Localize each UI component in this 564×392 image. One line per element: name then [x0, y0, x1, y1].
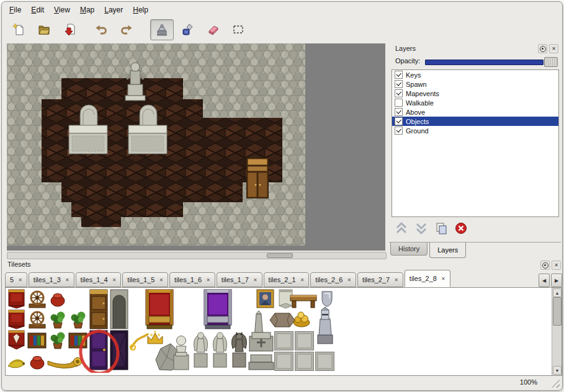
close-panel-button[interactable]: ✕: [549, 44, 558, 53]
layer-row-keys[interactable]: Keys: [392, 70, 558, 79]
tile-gold-crown[interactable]: [148, 331, 163, 344]
scroll-down-button[interactable]: ▼: [553, 366, 562, 375]
map-hscroll-thumb[interactable]: [267, 253, 293, 258]
purple-door-tile[interactable]: [90, 331, 107, 370]
tileset-tab-tiles_1_6[interactable]: tiles_1_6✕: [169, 272, 215, 287]
visibility-checkbox[interactable]: [395, 108, 403, 116]
layer-row-mapevents[interactable]: Mapevents: [392, 89, 558, 98]
tile-shield-banner[interactable]: [9, 331, 24, 349]
tile-bananas[interactable]: [8, 360, 25, 368]
tile-stone-door[interactable]: [110, 290, 128, 329]
map-horizontal-scrollbar[interactable]: [7, 252, 387, 259]
stamp-tool-button[interactable]: [150, 19, 174, 40]
tileset-tab-tiles_2_6[interactable]: tiles_2_6✕: [310, 272, 356, 287]
tab-close-icon[interactable]: ✕: [18, 277, 22, 283]
layer-row-walkable[interactable]: Walkable: [392, 98, 558, 107]
opacity-slider-handle[interactable]: [544, 57, 558, 67]
tileset-grid[interactable]: ▲ ▼: [5, 287, 562, 376]
tile-purple-throne[interactable]: [204, 290, 231, 329]
layer-row-objects[interactable]: Objects: [392, 117, 558, 126]
tab-close-icon[interactable]: ✕: [347, 277, 351, 283]
tab-close-icon[interactable]: ✕: [65, 277, 69, 283]
tileset-tab-tiles_2_1[interactable]: tiles_2_1✕: [264, 272, 310, 287]
tile-red-pot[interactable]: [51, 294, 65, 307]
tileset-vscroll-thumb[interactable]: [553, 297, 562, 326]
tile-stone-slab[interactable]: [275, 332, 293, 350]
tile-red-throne[interactable]: [146, 290, 173, 329]
tile-spinning-wheel[interactable]: [29, 292, 45, 308]
eraser-tool-button[interactable]: [201, 19, 225, 40]
redo-button[interactable]: [115, 19, 138, 40]
tile-red-pot[interactable]: [30, 357, 44, 370]
menu-edit[interactable]: Edit: [26, 4, 49, 16]
resize-grip[interactable]: [551, 379, 560, 388]
tile-plant[interactable]: [51, 332, 65, 349]
fill-tool-button[interactable]: [176, 19, 199, 40]
tab-close-icon[interactable]: ✕: [253, 277, 257, 283]
tile-plant[interactable]: [71, 312, 86, 329]
tileset-tab-tiles_1_3[interactable]: tiles_1_3✕: [29, 272, 74, 287]
tab-history[interactable]: History: [390, 243, 427, 256]
layer-row-above[interactable]: Above: [392, 107, 558, 117]
tile-gold-chain[interactable]: [130, 334, 148, 350]
tile-angel-statue[interactable]: [194, 332, 207, 367]
tile-spinning-wheel[interactable]: [29, 312, 45, 328]
duplicate-layer-button[interactable]: [434, 221, 449, 236]
tileset-tab-tiles_1_7[interactable]: tiles_1_7✕: [217, 272, 262, 287]
visibility-checkbox[interactable]: [395, 71, 403, 79]
menu-help[interactable]: Help: [128, 4, 153, 16]
tile-gold-horn[interactable]: [48, 357, 82, 368]
tileset-tab-5[interactable]: 5✕: [5, 272, 27, 287]
tile-knight-armor[interactable]: [318, 307, 333, 344]
tileset-tab-tiles_2_8[interactable]: tiles_2_8✕: [405, 270, 450, 287]
tile-stone-slab[interactable]: [275, 352, 293, 371]
map-canvas[interactable]: [7, 43, 305, 246]
tile-cabinet[interactable]: [90, 290, 107, 329]
menu-view[interactable]: View: [49, 4, 75, 16]
new-map-button[interactable]: [7, 19, 30, 40]
move-layer-up-button[interactable]: [394, 221, 409, 236]
tile-bench[interactable]: [290, 295, 316, 308]
tile-tomb-base[interactable]: [249, 355, 274, 370]
tile-stone-slab[interactable]: [316, 352, 334, 371]
layer-row-spawn[interactable]: Spawn: [392, 79, 558, 89]
tileset-tiles[interactable]: [6, 288, 344, 373]
tile-stone-slab[interactable]: [295, 352, 314, 371]
tile-banner[interactable]: [9, 290, 24, 308]
select-tool-button[interactable]: [226, 19, 250, 40]
visibility-checkbox[interactable]: [395, 80, 403, 88]
float-panel-button[interactable]: [540, 261, 550, 270]
close-panel-button[interactable]: ✕: [552, 261, 561, 270]
tile-plant[interactable]: [51, 312, 65, 329]
tab-close-icon[interactable]: ✕: [206, 277, 210, 283]
visibility-checkbox[interactable]: [395, 127, 403, 135]
tile-gargoyle-statue[interactable]: [231, 332, 246, 367]
tile-gold-pile[interactable]: [293, 312, 310, 327]
tileset-tab-tiles_1_4[interactable]: tiles_1_4✕: [76, 272, 122, 287]
undo-button[interactable]: [89, 19, 113, 40]
scroll-up-button[interactable]: ▲: [553, 288, 562, 297]
map-viewport[interactable]: [7, 43, 385, 251]
layer-row-ground[interactable]: Ground: [392, 126, 558, 135]
tab-close-icon[interactable]: ✕: [300, 277, 305, 283]
opacity-slider[interactable]: [425, 60, 544, 65]
tileset-tab-tiles_2_7[interactable]: tiles_2_7✕: [357, 272, 403, 287]
tile-bookshelf[interactable]: [28, 333, 46, 348]
menu-map[interactable]: Map: [75, 4, 99, 16]
tab-close-icon[interactable]: ✕: [441, 276, 445, 282]
tile-armor-piece[interactable]: [322, 292, 332, 306]
tileset-tab-tiles_1_5[interactable]: tiles_1_5✕: [122, 272, 168, 287]
tile-coffin[interactable]: [270, 313, 295, 327]
tab-layers[interactable]: Layers: [429, 243, 466, 258]
tile-banner[interactable]: [9, 310, 24, 329]
tile-statue-bust[interactable]: [174, 336, 189, 370]
tile-tomb[interactable]: [249, 332, 273, 351]
tab-close-icon[interactable]: ✕: [394, 277, 398, 283]
visibility-checkbox[interactable]: [395, 117, 403, 125]
menu-file[interactable]: File: [4, 4, 26, 16]
tile-picture-frame[interactable]: [257, 290, 274, 308]
tab-scroll-left-button[interactable]: ◀: [539, 274, 550, 287]
save-map-button[interactable]: [58, 19, 81, 40]
tab-close-icon[interactable]: ✕: [112, 277, 117, 283]
tile-angel-statue[interactable]: [213, 332, 226, 367]
